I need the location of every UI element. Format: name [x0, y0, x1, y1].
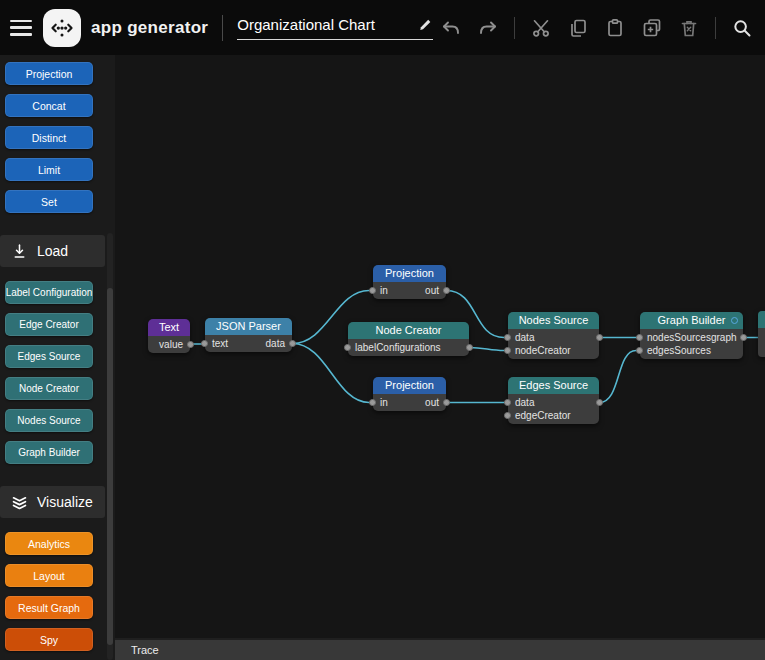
port-label-edge-creator: edgeCreator [515, 409, 571, 422]
sidebar-scrollbar-track[interactable] [107, 233, 113, 660]
palette-graph-builder-button[interactable]: Graph Builder [5, 441, 93, 464]
port-label-in: in [380, 284, 388, 297]
node-node-creator-title: Node Creator [348, 322, 469, 339]
node-palette-sidebar: Projection Concat Distinct Limit Set Loa… [0, 55, 115, 660]
node-projection-top-title: Projection [373, 265, 446, 282]
toolbar [440, 17, 765, 39]
port-label-out: out [425, 284, 439, 297]
input-port-in[interactable] [369, 287, 376, 294]
document-title-field[interactable]: Organizational Chart [237, 16, 433, 40]
section-load[interactable]: Load [0, 235, 105, 267]
top-bar: app generator Organizational Chart [0, 0, 765, 55]
output-port-value[interactable] [187, 341, 194, 348]
output-port-nodes-source[interactable] [596, 334, 603, 341]
document-title[interactable]: Organizational Chart [237, 16, 409, 33]
paste-icon[interactable] [604, 17, 626, 39]
download-icon [11, 243, 28, 260]
node-graph-builder-title: Graph Builder [640, 312, 743, 329]
header-divider [222, 15, 223, 41]
port-label-in: in [380, 396, 388, 409]
node-nodes-source[interactable]: Nodes Source data nodeCreator [508, 312, 599, 359]
palette-result-graph-button[interactable]: Result Graph [5, 596, 93, 619]
section-visualize-label: Visualize [37, 494, 93, 510]
search-icon[interactable] [731, 17, 753, 39]
port-label-label-configurations: labelConfigurations [355, 341, 441, 354]
output-port-out[interactable] [443, 287, 450, 294]
layers-icon [11, 494, 28, 511]
node-node-creator[interactable]: Node Creator labelConfigurations [348, 322, 469, 356]
output-port-data[interactable] [289, 340, 296, 347]
port-label-text: text [212, 337, 228, 350]
copy-icon[interactable] [567, 17, 589, 39]
toolbar-divider [715, 17, 716, 39]
trace-panel-bar[interactable]: Trace [115, 638, 765, 660]
palette-set-button[interactable]: Set [5, 190, 93, 213]
section-visualize[interactable]: Visualize [0, 486, 105, 518]
node-graph-builder-title-text: Graph Builder [658, 314, 726, 326]
output-port-edges-source[interactable] [596, 399, 603, 406]
port-label-data: data [515, 331, 534, 344]
input-port-data[interactable] [504, 334, 511, 341]
palette-nodes-source-button[interactable]: Nodes Source [5, 409, 93, 432]
sidebar-scrollbar-thumb[interactable] [107, 288, 113, 645]
output-port-out[interactable] [443, 399, 450, 406]
delete-icon[interactable] [678, 17, 700, 39]
node-text[interactable]: Text value [148, 319, 190, 353]
node-partially-offscreen[interactable] [758, 311, 765, 357]
input-port-node-creator[interactable] [504, 347, 511, 354]
palette-layout-button[interactable]: Layout [5, 564, 93, 587]
toolbar-divider [514, 17, 515, 39]
node-nodes-source-title: Nodes Source [508, 312, 599, 329]
node-edges-source[interactable]: Edges Source data edgeCreator [508, 377, 599, 424]
input-port-label-configurations[interactable] [344, 344, 351, 351]
cut-icon[interactable] [530, 17, 552, 39]
node-status-badge-icon[interactable] [731, 317, 738, 324]
node-json-parser-title: JSON Parser [205, 318, 292, 335]
node-projection-bottom[interactable]: Projection in out [373, 377, 446, 411]
flow-canvas[interactable]: Text value JSON Parser text data [115, 55, 765, 638]
wire-node-creator-to-nodes-source [470, 348, 505, 351]
palette-distinct-button[interactable]: Distinct [5, 126, 93, 149]
palette-edges-source-button[interactable]: Edges Source [5, 345, 93, 368]
palette-node-creator-button[interactable]: Node Creator [5, 377, 93, 400]
node-projection-top[interactable]: Projection in out [373, 265, 446, 299]
output-port-graph[interactable] [740, 334, 747, 341]
node-partially-offscreen-body [758, 328, 765, 357]
paste-new-icon[interactable] [641, 17, 663, 39]
palette-limit-button[interactable]: Limit [5, 158, 93, 181]
menu-icon[interactable] [10, 20, 32, 36]
app-name: app generator [91, 18, 208, 38]
app-logo [43, 9, 81, 47]
input-port-nodes-sources[interactable] [636, 334, 643, 341]
output-port-node-creator[interactable] [466, 344, 473, 351]
node-text-title: Text [148, 319, 190, 336]
palette-label-configuration-button[interactable]: Label Configuration [5, 281, 93, 304]
wire-edges-source-to-graph-builder [600, 351, 637, 403]
port-label-nodes-sources: nodesSources [647, 331, 711, 344]
trace-label: Trace [131, 644, 159, 656]
undo-icon[interactable] [440, 17, 462, 39]
input-port-edges-sources[interactable] [636, 347, 643, 354]
input-port-in[interactable] [369, 399, 376, 406]
node-partially-offscreen-header [758, 311, 765, 328]
node-edges-source-title: Edges Source [508, 377, 599, 394]
port-label-graph: graph [711, 331, 737, 344]
palette-spy-button[interactable]: Spy [5, 628, 93, 651]
port-label-out: out [425, 396, 439, 409]
graph-logo-icon [49, 15, 75, 41]
edit-title-icon[interactable] [417, 17, 433, 33]
redo-icon[interactable] [477, 17, 499, 39]
input-port-data[interactable] [504, 399, 511, 406]
node-json-parser[interactable]: JSON Parser text data [205, 318, 292, 352]
palette-analytics-button[interactable]: Analytics [5, 532, 93, 555]
palette-edge-creator-button[interactable]: Edge Creator [5, 313, 93, 336]
port-label-data: data [515, 396, 534, 409]
palette-projection-button[interactable]: Projection [5, 62, 93, 85]
input-port-edge-creator[interactable] [504, 412, 511, 419]
palette-concat-button[interactable]: Concat [5, 94, 93, 117]
input-port-text[interactable] [201, 340, 208, 347]
port-label-node-creator: nodeCreator [515, 344, 571, 357]
port-label-value: value [159, 338, 183, 351]
app-window: app generator Organizational Chart [0, 0, 765, 660]
node-graph-builder[interactable]: Graph Builder nodesSources graph edgesSo… [640, 312, 743, 359]
